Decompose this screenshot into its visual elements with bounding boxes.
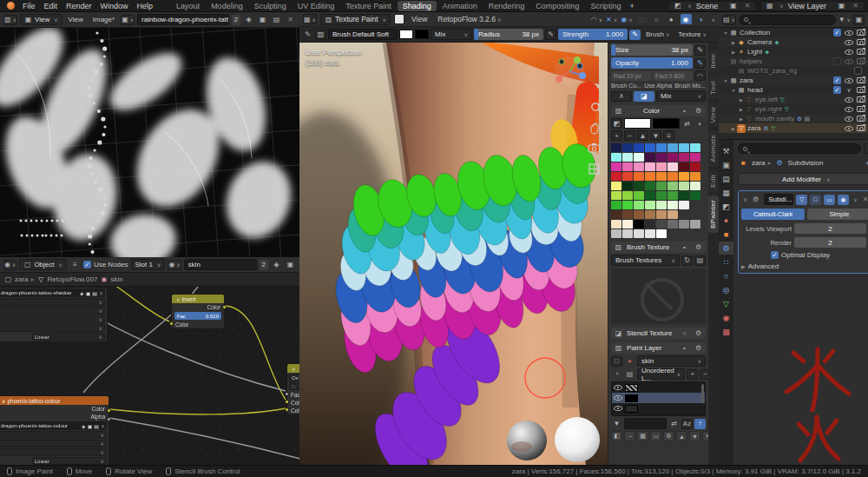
properties-tab-render[interactable]: ▣ (719, 158, 733, 171)
palette-swatch[interactable] (645, 210, 655, 219)
users-count[interactable]: 2 (260, 260, 268, 270)
pin-dot-icon[interactable]: • (679, 343, 690, 354)
menu-icon[interactable]: ≡ (69, 260, 81, 270)
hide-viewport-icon[interactable] (845, 126, 853, 131)
disclosure-icon[interactable]: ▼ (730, 88, 737, 93)
palette-swatch[interactable] (679, 220, 689, 229)
pin-icon[interactable]: ◈ (864, 157, 868, 168)
brush-textures-select[interactable]: Brush Textures∨ (611, 255, 680, 266)
palette-swatch[interactable] (622, 220, 633, 229)
selectable-checkbox[interactable] (833, 57, 841, 65)
workspace-tab-shading[interactable]: Shading (398, 1, 437, 11)
node-invert[interactable]: ∨ Invert Color Fac0.629 Color (171, 294, 225, 329)
crumb-object[interactable]: zara (15, 275, 29, 283)
copy-icon[interactable]: ▣ (727, 1, 739, 11)
workspace-tab-rendering[interactable]: Rendering (483, 1, 530, 11)
palette-swatch[interactable] (622, 182, 633, 190)
palette-swatch[interactable] (667, 182, 678, 190)
falloff-curve-icon[interactable]: ◠ (694, 70, 706, 81)
palette-swatch[interactable] (679, 162, 689, 171)
folder-icon[interactable]: ▤ (694, 255, 706, 266)
properties-search-input[interactable] (738, 143, 861, 154)
breadcrumb-item[interactable]: Subdivision (788, 159, 824, 167)
layer-op-mask-icon[interactable]: ▭ (650, 431, 661, 441)
scrollbar[interactable] (701, 384, 704, 403)
palette-swatch[interactable] (679, 191, 689, 200)
palette-swatch[interactable] (667, 172, 678, 181)
palette-swatch[interactable] (667, 201, 678, 209)
palette-swatch[interactable] (611, 143, 621, 152)
symmetry-icon[interactable]: ✕∨ (606, 14, 617, 24)
properties-tab-world[interactable]: ● (719, 214, 733, 227)
brush-blend-select[interactable]: Mix∨ (656, 90, 706, 102)
palette-swatch[interactable] (634, 201, 644, 209)
paint-layer-title[interactable]: Paint Layer (627, 344, 676, 352)
swap-icon[interactable]: ⇄ (668, 419, 680, 429)
fact-mini-slider[interactable]: Fact 0.800 (653, 71, 693, 81)
sort-ascending-button[interactable]: ↑ (694, 419, 706, 429)
editor-type-icon[interactable]: ▤∨ (722, 15, 736, 25)
node-dropdown[interactable]: ∨ (0, 298, 105, 306)
close-icon[interactable]: ✕ (860, 195, 868, 205)
stencil-texture-title[interactable]: Stencil Texture (627, 329, 676, 337)
properties-tab-data[interactable]: ▽ (719, 297, 733, 310)
secondary-color[interactable] (653, 118, 680, 129)
view-menu[interactable]: View (408, 15, 431, 23)
refresh-icon[interactable]: ↻ (681, 255, 693, 266)
palette-swatch[interactable] (679, 153, 689, 162)
secondary-color-swatch[interactable] (415, 30, 429, 39)
disclosure-icon[interactable]: ▶ (738, 116, 745, 122)
color-panel-title[interactable]: Color (627, 107, 676, 115)
input-socket[interactable] (285, 400, 289, 404)
brush-texture-preview[interactable] (611, 268, 706, 324)
layer-op-blend-icon[interactable]: ◔ (624, 431, 635, 441)
palette-swatch[interactable] (611, 220, 621, 229)
disable-render-icon[interactable] (857, 106, 865, 112)
properties-tab-output[interactable]: ▤ (719, 172, 733, 185)
disable-render-icon[interactable] (857, 30, 865, 36)
palette-sort-button[interactable]: ≡ (663, 130, 674, 141)
mode-select[interactable]: ▨ Texture Paint∨ (320, 14, 391, 25)
fake-user-icon[interactable]: ◈ (80, 290, 84, 296)
palette-swatch[interactable] (634, 153, 644, 162)
blend-select[interactable]: Ov (289, 374, 299, 381)
palette-swatch[interactable] (679, 172, 689, 181)
overlay-icon[interactable]: ◉∨ (621, 14, 632, 24)
brush-thumbnail[interactable]: ▨ (315, 30, 326, 40)
primary-color[interactable] (624, 118, 651, 129)
pressure-icon[interactable]: ✎ (694, 58, 706, 69)
close-icon[interactable]: ✕ (101, 423, 105, 429)
layer-material-select[interactable]: skin∨ (637, 355, 706, 367)
filter-dropdown[interactable]: ∨ (864, 143, 868, 154)
palette-swatch[interactable] (611, 229, 621, 238)
menu-render[interactable]: Render (62, 2, 96, 10)
outliner-row[interactable]: ▶◆Camera◈ (719, 37, 868, 47)
palette-down-button[interactable]: ▼ (650, 130, 661, 141)
palette-swatch[interactable] (645, 143, 655, 152)
rad-mini-slider[interactable]: Rad 10 px (611, 71, 651, 81)
output-socket[interactable] (107, 408, 111, 413)
eye-icon[interactable] (614, 406, 622, 411)
size-slider[interactable]: Size38 px (611, 44, 693, 56)
scene-selector[interactable]: ◩∨ Scene ▣ ✕ (668, 1, 756, 11)
draw-tool-icon[interactable]: ✎ (302, 30, 313, 40)
disable-render-icon[interactable] (857, 39, 865, 45)
node-image-shadow[interactable]: dragon-phoenix-tattoo-shadow ◈▣▤✕ ∨ ∨ ∨ … (0, 287, 108, 342)
editor-type-icon[interactable]: ▦∨ (303, 14, 317, 24)
unlink-icon[interactable]: ✕ (741, 1, 753, 11)
pin-dot-icon[interactable]: • (679, 106, 690, 116)
palette-swatch[interactable] (667, 143, 678, 152)
eyedropper-icon[interactable]: ◗ (694, 118, 706, 129)
palette-add-button[interactable]: + (611, 130, 622, 141)
outliner-row[interactable]: ▤WGTS_zara_rig (719, 66, 868, 76)
palette-swatch[interactable] (667, 210, 678, 219)
disable-render-icon[interactable] (857, 116, 865, 122)
palette-swatch[interactable] (679, 143, 689, 152)
palette-swatch[interactable] (645, 162, 655, 171)
properties-tab-texture[interactable]: ▩ (719, 325, 733, 338)
strength-slider[interactable]: Strength1.000 (558, 29, 628, 40)
palette-swatch[interactable] (690, 220, 700, 229)
disclosure-icon[interactable]: ▶ (738, 97, 745, 103)
blend-mode-select[interactable]: Mix∨ (431, 29, 472, 40)
properties-tab-modifiers[interactable]: ⚙ (719, 242, 733, 255)
